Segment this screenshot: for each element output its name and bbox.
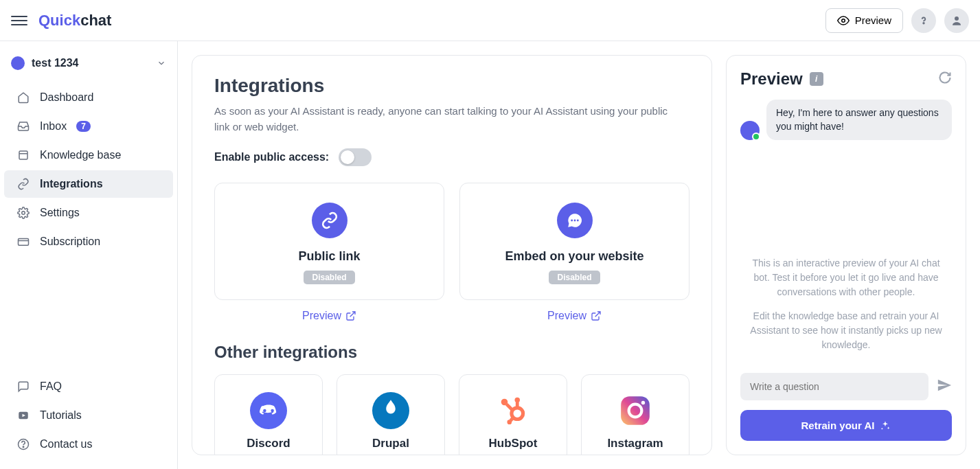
embed-card[interactable]: Embed on your website Disabled <box>459 183 690 300</box>
integration-discord[interactable]: Discord <box>214 374 323 455</box>
integration-hubspot[interactable]: HubSpot <box>459 374 567 455</box>
svg-point-19 <box>271 409 274 413</box>
bot-avatar <box>740 121 760 140</box>
sidebar-item-dashboard[interactable]: Dashboard <box>4 84 173 111</box>
tray-icon <box>16 119 30 133</box>
svg-point-13 <box>573 220 576 222</box>
status-badge: Disabled <box>304 271 354 284</box>
sidebar-item-settings[interactable]: Settings <box>4 199 173 227</box>
sidebar-item-knowledge[interactable]: Knowledge base <box>4 141 173 169</box>
topbar: Quickchat Preview <box>0 0 980 41</box>
other-title: Other integrations <box>214 343 690 362</box>
card-title: Embed on your website <box>474 249 675 264</box>
sidebar-item-faq[interactable]: FAQ <box>4 373 173 400</box>
integration-instagram[interactable]: Instagram <box>581 374 690 455</box>
menu-toggle[interactable] <box>11 12 27 29</box>
svg-rect-3 <box>19 151 27 159</box>
question-icon <box>918 14 930 27</box>
preview-embed-link[interactable]: Preview <box>459 310 690 322</box>
external-icon <box>345 310 356 321</box>
chat-icon <box>16 380 30 393</box>
reload-button[interactable] <box>938 71 952 87</box>
bot-message: Hey, I'm here to answer any questions yo… <box>766 100 952 140</box>
page-title: Integrations <box>214 75 690 97</box>
retrain-button[interactable]: Retrain your AI <box>740 410 952 441</box>
svg-point-30 <box>641 401 645 404</box>
svg-point-18 <box>263 409 266 413</box>
user-menu[interactable] <box>944 8 969 33</box>
svg-point-12 <box>571 220 573 222</box>
card-title: Public link <box>229 249 430 264</box>
svg-point-2 <box>955 16 959 21</box>
status-badge: Disabled <box>549 271 600 284</box>
chevron-down-icon <box>157 58 166 68</box>
book-icon <box>16 148 30 162</box>
preview-public-link[interactable]: Preview <box>214 310 444 322</box>
info-icon[interactable]: i <box>810 72 823 86</box>
org-selector[interactable]: test 1234 <box>0 49 177 77</box>
logo[interactable]: Quickchat <box>38 12 111 30</box>
integration-label: HubSpot <box>466 437 560 450</box>
svg-point-14 <box>576 220 578 222</box>
question-input[interactable] <box>740 373 928 400</box>
sidebar-item-subscription[interactable]: Subscription <box>4 228 173 255</box>
preview-button[interactable]: Preview <box>825 8 903 33</box>
sparkle-icon <box>880 420 891 431</box>
svg-point-5 <box>22 211 25 215</box>
message-row: Hey, I'm here to answer any questions yo… <box>740 100 952 140</box>
public-access-toggle[interactable] <box>339 148 372 166</box>
send-button[interactable] <box>937 378 952 396</box>
svg-point-0 <box>841 19 845 22</box>
preview-hint: This is an interactive preview of your A… <box>740 256 952 362</box>
svg-line-15 <box>350 312 355 317</box>
inbox-badge: 7 <box>76 121 91 132</box>
svg-point-1 <box>923 23 924 24</box>
home-icon <box>16 91 30 104</box>
public-link-card[interactable]: Public link Disabled <box>214 183 444 300</box>
svg-rect-28 <box>621 396 650 425</box>
drupal-icon <box>372 391 410 430</box>
integration-label: Discord <box>222 437 315 450</box>
discord-icon <box>249 391 288 430</box>
integration-label: Instagram <box>589 437 682 450</box>
external-icon <box>591 310 602 321</box>
page-subtitle: As soon as your AI Assistant is ready, a… <box>214 104 681 135</box>
preview-title: Preview <box>740 69 803 89</box>
chat-circle-icon <box>557 203 593 238</box>
svg-line-27 <box>510 417 513 420</box>
preview-panel: Preview i Hey, I'm here to answer any qu… <box>726 55 966 455</box>
content-card: Integrations As soon as your AI Assistan… <box>192 55 712 455</box>
svg-rect-6 <box>19 239 29 246</box>
svg-line-16 <box>595 312 600 317</box>
svg-line-24 <box>507 404 513 411</box>
integration-label: Drupal <box>344 437 437 450</box>
main: Integrations As soon as your AI Assistan… <box>178 41 980 469</box>
hubspot-icon <box>494 391 532 430</box>
org-name: test 1234 <box>32 57 150 69</box>
video-icon <box>16 409 30 422</box>
eye-icon <box>837 14 850 27</box>
org-avatar <box>11 56 25 70</box>
link-icon <box>16 177 30 191</box>
sidebar-item-inbox[interactable]: Inbox7 <box>4 113 173 140</box>
nav-main: Dashboard Inbox7 Knowledge base Integrat… <box>0 82 177 371</box>
sidebar: test 1234 Dashboard Inbox7 Knowledge bas… <box>0 41 178 469</box>
sidebar-item-tutorials[interactable]: Tutorials <box>4 402 173 429</box>
gear-icon <box>16 206 30 220</box>
toggle-label: Enable public access: <box>214 151 329 163</box>
integration-drupal[interactable]: Drupal <box>337 374 445 455</box>
nav-bottom: FAQ Tutorials Contact us <box>0 371 177 459</box>
svg-point-11 <box>23 446 24 448</box>
instagram-icon <box>616 391 654 430</box>
link-circle-icon <box>312 203 347 238</box>
card-icon <box>16 235 30 249</box>
sidebar-item-contact[interactable]: Contact us <box>4 431 173 458</box>
help-icon <box>16 437 30 451</box>
svg-point-22 <box>515 398 521 403</box>
help-button[interactable] <box>911 8 936 33</box>
sidebar-item-integrations[interactable]: Integrations <box>4 170 173 198</box>
user-icon <box>950 14 963 27</box>
